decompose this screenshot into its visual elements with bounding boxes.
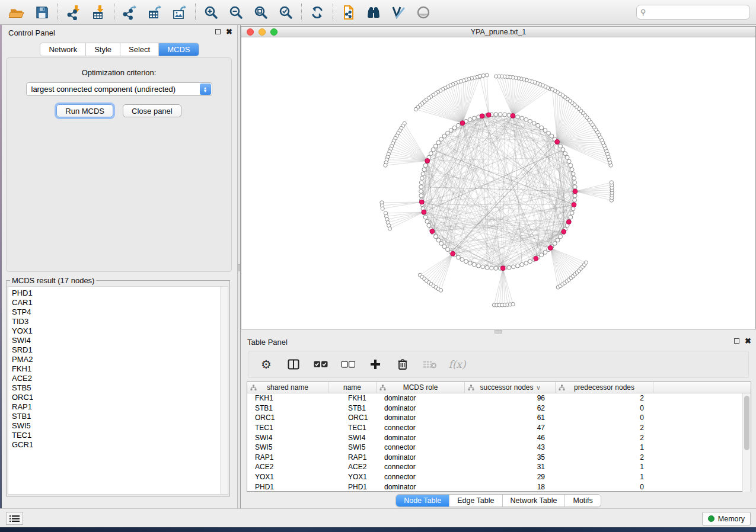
graph-mcds-node[interactable] (511, 114, 515, 118)
mcds-result-item[interactable]: ORC1 (12, 393, 228, 402)
graph-node[interactable] (561, 148, 565, 152)
graph-node[interactable] (571, 172, 575, 176)
create-column-button[interactable] (368, 357, 382, 371)
graph-node[interactable] (516, 264, 520, 268)
graph-mcds-node[interactable] (548, 246, 553, 251)
graph-node[interactable] (563, 152, 567, 156)
show-columns-button[interactable] (286, 357, 301, 371)
graph-mcds-node[interactable] (555, 140, 560, 145)
minimize-window-icon[interactable] (259, 28, 266, 36)
graph-node[interactable] (427, 223, 431, 227)
graph-node[interactable] (419, 190, 423, 194)
graph-node[interactable] (419, 194, 423, 198)
graph-node[interactable] (436, 238, 441, 242)
select-all-columns-button[interactable] (314, 357, 328, 371)
table-scrollbar[interactable] (742, 393, 751, 492)
graph-node[interactable] (446, 248, 450, 252)
tab-mcds[interactable]: MCDS (159, 43, 198, 56)
mcds-result-item[interactable]: TEC1 (12, 431, 228, 440)
mcds-result-item[interactable]: SWI4 (12, 336, 228, 345)
hide-selected-button[interactable] (411, 2, 436, 23)
tab-select[interactable]: Select (120, 43, 159, 56)
search-network-button[interactable] (361, 2, 386, 23)
graph-node[interactable] (468, 261, 472, 265)
graph-node[interactable] (536, 123, 540, 127)
delete-column-button[interactable] (395, 357, 410, 371)
table-row[interactable]: STB1STB1dominator620 (247, 403, 751, 414)
mcds-result-item[interactable]: TID3 (12, 317, 228, 326)
table-row[interactable]: TEC1TEC1connector472 (247, 423, 751, 433)
graph-node[interactable] (524, 261, 528, 265)
mcds-result-item[interactable]: FKH1 (12, 364, 228, 374)
graph-node[interactable] (457, 123, 461, 127)
export-image-button[interactable] (167, 2, 192, 23)
graph-leaf-node[interactable] (388, 227, 391, 230)
graph-node[interactable] (559, 235, 563, 239)
graph-node[interactable] (573, 194, 577, 198)
unselect-all-columns-button[interactable] (341, 357, 355, 371)
mcds-result-item[interactable]: SWI5 (12, 421, 228, 431)
graph-node[interactable] (528, 259, 532, 264)
graph-node[interactable] (573, 185, 577, 189)
graph-mcds-node[interactable] (500, 266, 505, 271)
graph-leaf-node[interactable] (478, 74, 481, 78)
tab-network-table[interactable]: Network Table (503, 495, 566, 507)
splitter-grip[interactable] (238, 264, 240, 271)
graph-node[interactable] (429, 152, 433, 156)
table-row[interactable]: ACE2ACE2connector311 (247, 462, 751, 472)
mcds-result-item[interactable]: YOX1 (12, 326, 228, 336)
close-window-icon[interactable] (247, 28, 254, 36)
new-network-from-selection-button[interactable] (336, 2, 361, 23)
graph-node[interactable] (556, 238, 560, 242)
horizontal-splitter[interactable] (241, 329, 756, 334)
refresh-button[interactable] (305, 2, 330, 23)
optimization-criterion-select[interactable]: largest connected component (undirected)… (26, 82, 212, 96)
graph-node[interactable] (481, 265, 485, 269)
graph-node[interactable] (446, 131, 450, 135)
graph-leaf-node[interactable] (550, 88, 554, 91)
graph-node[interactable] (464, 259, 468, 264)
table-settings-button[interactable]: ⚙ (259, 357, 273, 371)
graph-node[interactable] (452, 126, 457, 130)
graph-mcds-node[interactable] (422, 210, 426, 214)
graph-node[interactable] (449, 129, 453, 133)
mcds-result-item[interactable]: SRD1 (12, 345, 228, 355)
open-button[interactable] (5, 2, 30, 23)
zoom-out-button[interactable] (224, 2, 248, 23)
graph-node[interactable] (543, 129, 547, 133)
graph-node[interactable] (573, 181, 577, 185)
graph-node[interactable] (436, 140, 441, 145)
tab-node-table[interactable]: Node Table (396, 495, 449, 507)
graph-leaf-node[interactable] (610, 181, 613, 184)
scrollbar-thumb[interactable] (744, 396, 749, 450)
table-row[interactable]: FKH1FKH1dominator962 (247, 393, 751, 403)
float-panel-icon[interactable] (734, 338, 739, 344)
graph-node[interactable] (423, 164, 428, 168)
graph-mcds-node[interactable] (430, 229, 435, 234)
zoom-in-button[interactable] (199, 2, 224, 23)
graph-mcds-node[interactable] (460, 121, 465, 126)
graph-mcds-node[interactable] (451, 251, 455, 256)
column-header-shared-name[interactable]: shared name (247, 382, 328, 393)
graph-node[interactable] (468, 118, 472, 122)
graph-node[interactable] (571, 207, 575, 211)
table-row[interactable]: SWI4SWI4dominator462 (247, 432, 751, 443)
graph-leaf-node[interactable] (511, 302, 515, 306)
graph-node[interactable] (516, 115, 520, 119)
tab-motifs[interactable]: Motifs (565, 495, 600, 507)
graph-node[interactable] (507, 265, 511, 270)
graph-nodes[interactable] (380, 73, 614, 307)
export-table-button[interactable] (142, 2, 167, 23)
search-input[interactable] (648, 8, 749, 17)
graph-node[interactable] (540, 126, 544, 130)
graph-node[interactable] (460, 258, 464, 262)
task-history-button[interactable] (6, 512, 23, 525)
graph-node[interactable] (472, 262, 476, 267)
graph-node[interactable] (494, 267, 498, 271)
save-button[interactable] (30, 2, 55, 23)
mcds-result-item[interactable]: PHD1 (12, 289, 228, 298)
graph-mcds-node[interactable] (572, 203, 576, 207)
graph-leaf-node[interactable] (481, 74, 485, 78)
mcds-result-item[interactable]: STP4 (12, 307, 228, 317)
graph-node[interactable] (573, 198, 577, 202)
